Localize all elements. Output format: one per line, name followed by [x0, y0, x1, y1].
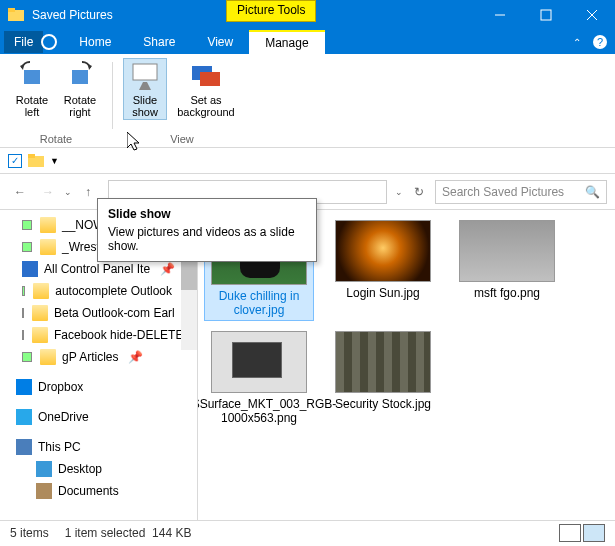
qat-cortana-icon[interactable]: [40, 33, 58, 51]
close-button[interactable]: [569, 0, 615, 30]
svg-point-6: [42, 35, 56, 49]
tab-share[interactable]: Share: [127, 31, 191, 53]
tooltip: Slide show View pictures and videos as a…: [97, 198, 317, 262]
svg-rect-9: [72, 70, 88, 84]
svg-rect-16: [28, 154, 35, 158]
search-icon: 🔍: [585, 185, 600, 199]
tree-item[interactable]: Beta Outlook-com Earl📌: [0, 302, 197, 324]
tree-section-onedrive[interactable]: OneDrive: [0, 406, 197, 428]
select-all-checkbox[interactable]: ✓: [8, 154, 22, 168]
title-bar: Saved Pictures Picture Tools: [0, 0, 615, 30]
tree-item[interactable]: Facebook hide-DELETE📌: [0, 324, 197, 346]
history-dropdown-icon[interactable]: ⌄: [64, 187, 72, 197]
file-name: MSSurface_MKT_003_RGB-1000x563.png: [198, 397, 336, 426]
tree-item-label: Facebook hide-DELETE: [54, 328, 183, 342]
dropbox-icon: [16, 379, 32, 395]
check-icon: [22, 220, 32, 230]
file-item[interactable]: MSSurface_MKT_003_RGB-1000x563.png: [204, 331, 314, 426]
ribbon-separator: [112, 62, 113, 129]
help-icon[interactable]: ?: [593, 35, 607, 49]
tab-view[interactable]: View: [191, 31, 249, 53]
tab-home[interactable]: Home: [63, 31, 127, 53]
check-icon: [22, 352, 32, 362]
check-icon: [22, 308, 24, 318]
contextual-tab-label: Picture Tools: [226, 0, 316, 22]
file-thumbnail: [459, 220, 555, 282]
tree-item[interactable]: gP Articles📌: [0, 346, 197, 368]
address-dropdown-icon[interactable]: ⌄: [395, 187, 403, 197]
rotate-left-button[interactable]: Rotate left: [10, 58, 54, 120]
svg-rect-1: [8, 8, 15, 12]
check-icon: [22, 330, 24, 340]
search-input[interactable]: Search Saved Pictures 🔍: [435, 180, 607, 204]
file-menu[interactable]: File: [4, 31, 43, 53]
file-thumbnail: [335, 331, 431, 393]
folder-icon: [32, 305, 48, 321]
tree-item[interactable]: Desktop: [0, 458, 197, 480]
svg-rect-3: [541, 10, 551, 20]
back-button[interactable]: ←: [8, 180, 32, 204]
folder-icon: [40, 217, 56, 233]
file-name: Login Sun.jpg: [346, 286, 419, 300]
svg-rect-7: [24, 70, 40, 84]
ribbon-tabs-bar: File Home Share View Manage ⌃ ?: [0, 30, 615, 54]
ribbon-group-rotate: Rotate left Rotate right Rotate: [6, 58, 106, 147]
slide-show-icon: [129, 60, 161, 92]
qat-dropdown-icon[interactable]: ▼: [50, 156, 59, 166]
ribbon-group-view: Slide show Set as background View: [119, 58, 245, 147]
folder-icon: [8, 7, 24, 23]
pin-icon: 📌: [128, 350, 143, 364]
tree-section-label: Dropbox: [38, 380, 83, 394]
quick-access-bar: ✓ ▼: [0, 148, 615, 174]
file-name: Duke chilling in clover.jpg: [207, 289, 311, 318]
desktop-icon: [36, 461, 52, 477]
tree-section-dropbox[interactable]: Dropbox: [0, 376, 197, 398]
folder-icon: [40, 239, 56, 255]
svg-rect-11: [133, 64, 157, 80]
status-bar: 5 items 1 item selected 144 KB: [0, 520, 615, 544]
check-icon: [22, 242, 32, 252]
svg-rect-14: [200, 72, 220, 86]
refresh-button[interactable]: ↻: [407, 180, 431, 204]
tree-section-thispc[interactable]: This PC: [0, 436, 197, 458]
tooltip-body: View pictures and videos as a slide show…: [108, 225, 306, 253]
file-item[interactable]: Security Stock.jpg: [328, 331, 438, 426]
rotate-left-icon: [16, 60, 48, 92]
svg-marker-8: [20, 64, 24, 70]
tree-section-label: This PC: [38, 440, 81, 454]
details-view-button[interactable]: [559, 524, 581, 542]
folder-icon: [32, 327, 48, 343]
rotate-right-button[interactable]: Rotate right: [58, 58, 102, 120]
svg-marker-12: [139, 82, 151, 90]
rotate-right-icon: [64, 60, 96, 92]
forward-button[interactable]: →: [36, 180, 60, 204]
thispc-icon: [16, 439, 32, 455]
ribbon: Rotate left Rotate right Rotate Slide sh…: [0, 54, 615, 148]
docs-icon: [36, 483, 52, 499]
maximize-button[interactable]: [523, 0, 569, 30]
slide-show-button[interactable]: Slide show: [123, 58, 167, 120]
file-item[interactable]: Login Sun.jpg: [328, 220, 438, 321]
tree-section-label: OneDrive: [38, 410, 89, 424]
status-item-count: 5 items: [10, 526, 49, 540]
window-title: Saved Pictures: [32, 8, 113, 22]
onedrive-icon: [16, 409, 32, 425]
tree-item[interactable]: Documents: [0, 480, 197, 502]
file-thumbnail: [211, 331, 307, 393]
set-as-background-button[interactable]: Set as background: [171, 58, 241, 120]
file-name: msft fgo.png: [474, 286, 540, 300]
pin-icon: 📌: [160, 262, 175, 276]
file-name: Security Stock.jpg: [335, 397, 431, 411]
thumbnails-view-button[interactable]: [583, 524, 605, 542]
tree-item-label: gP Articles: [62, 350, 118, 364]
tree-item[interactable]: autocomplete Outlook📌: [0, 280, 197, 302]
minimize-button[interactable]: [477, 0, 523, 30]
file-item[interactable]: msft fgo.png: [452, 220, 562, 321]
folder-icon: [28, 153, 44, 169]
tree-item-label: Desktop: [58, 462, 102, 476]
tree-item-label: autocomplete Outlook: [55, 284, 172, 298]
ribbon-collapse-icon[interactable]: ⌃: [573, 37, 581, 48]
file-thumbnail: [335, 220, 431, 282]
control-panel-icon: [22, 261, 38, 277]
tab-manage[interactable]: Manage: [249, 30, 324, 54]
